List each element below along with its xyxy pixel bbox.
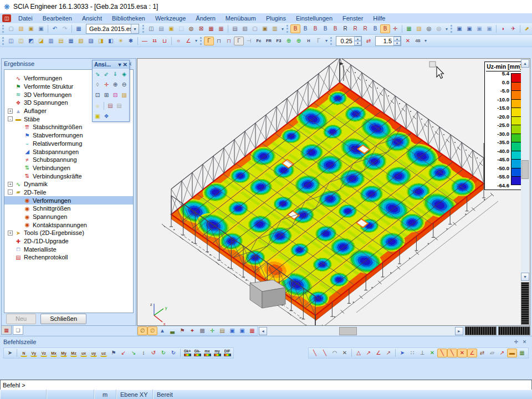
center-selection-button[interactable]: ✛ <box>390 24 400 33</box>
collapse-icon[interactable]: - <box>8 190 13 195</box>
tree-item-dynamik[interactable]: +∿Dynamik <box>4 180 133 188</box>
toolbar-overflow-icon[interactable]: ▾ <box>193 38 199 43</box>
clash-check-button[interactable]: ✈ <box>508 24 518 33</box>
tab-window-icon[interactable]: ❏ <box>13 326 23 335</box>
wireframe-mode-button[interactable]: ∅ <box>137 326 147 335</box>
view-window-1-button[interactable]: ▣ <box>227 326 237 335</box>
tree-item-tools-2d-ergebnisse-[interactable]: +➤Tools (2D-Ergebnisse) <box>4 229 133 237</box>
toolbar-overflow-icon[interactable]: ▾ <box>324 38 329 43</box>
delete-scale-button[interactable]: ✕ <box>403 37 413 45</box>
show-supports-button[interactable]: ▲ <box>157 326 167 335</box>
vertical-scrollbar[interactable]: ▲ ▼ <box>521 59 529 281</box>
zoom-window-icon[interactable]: ⊡ <box>93 91 102 99</box>
tree-item-verformungen[interactable]: ◉Verformungen <box>4 196 133 204</box>
snap-line-point-button[interactable]: ╲ <box>320 349 330 357</box>
snap-line-button[interactable]: ╲ <box>310 349 320 357</box>
node-table-button[interactable]: ◩ <box>26 37 36 45</box>
dimension-lines-button[interactable]: 11 <box>150 37 160 45</box>
load-case-button[interactable]: ✦ <box>187 326 197 335</box>
snap-node-button[interactable]: △ <box>354 349 364 357</box>
snap-point-button[interactable]: ↗ <box>383 349 393 357</box>
result-scale-spinner[interactable]: 0.25 ▴▾ <box>336 36 362 46</box>
save-button[interactable]: ▣ <box>36 24 46 33</box>
add-point-button[interactable]: ⊕ <box>284 37 294 45</box>
window-tile-button[interactable]: ▣ <box>464 24 474 33</box>
view-z-icon[interactable]: ⇓ <box>111 70 120 78</box>
spin-down-icon[interactable]: ▾ <box>354 41 361 45</box>
ruler-button[interactable]: ▬ <box>507 349 517 357</box>
flag-display-button[interactable]: ⚑ <box>109 349 119 357</box>
arrow-sw-button[interactable]: ↙ <box>119 349 129 357</box>
tab-tree-icon[interactable]: ▦ <box>1 326 12 335</box>
select-related-button[interactable]: R <box>340 24 350 33</box>
tree-item-stabverformungen[interactable]: ⚑Stabverformungen <box>4 131 133 140</box>
vector-button[interactable]: ↗ <box>497 349 507 357</box>
zoom-all-icon[interactable]: ⊞ <box>102 91 111 99</box>
rotate-ccw-button[interactable]: ↺ <box>149 349 158 357</box>
edit-geometry-button[interactable]: ◪ <box>36 37 46 45</box>
gallery-button[interactable]: ▥ <box>270 24 280 33</box>
swap-scale-button[interactable]: ⇄ <box>364 37 374 45</box>
new-button[interactable]: Neu <box>6 314 36 324</box>
cross-link-button[interactable]: ✳ <box>116 37 126 45</box>
picture-gallery-icon[interactable]: ▤ <box>115 101 124 110</box>
view-y-icon[interactable]: ⇙ <box>102 70 111 78</box>
window-vertical-button[interactable]: ▣ <box>484 24 494 33</box>
move-vertical-button[interactable]: ↕ <box>139 349 149 357</box>
view-axo-icon[interactable]: ◈ <box>120 70 129 78</box>
palette-close-icon[interactable]: ✕ <box>123 62 127 68</box>
print-picture-icon[interactable]: ▤ <box>106 101 115 110</box>
command-input[interactable] <box>0 380 532 390</box>
snap-intersection-button[interactable]: ✕ <box>457 349 467 357</box>
snap-midpoint-button[interactable]: ╲ <box>447 349 457 357</box>
menu-datei[interactable]: Datei <box>13 14 38 23</box>
result-Vy-button[interactable]: Vy <box>29 349 39 357</box>
toolbar-grip[interactable] <box>2 37 4 45</box>
expand-icon[interactable]: + <box>8 182 13 187</box>
menu-hilfe[interactable]: Hilfe <box>368 14 390 23</box>
view-perspective-icon[interactable]: ◊ <box>93 80 102 89</box>
redo-button[interactable]: ↷ <box>60 24 70 33</box>
table-input-button[interactable]: ▦ <box>206 24 216 33</box>
menu-werkzeuge[interactable]: Werkzeuge <box>150 14 191 23</box>
restore-selection-button[interactable]: R <box>350 24 360 33</box>
toolbar-overflow-icon[interactable]: ▾ <box>280 27 285 32</box>
zoom-in-icon[interactable]: ⊕ <box>111 80 120 89</box>
result-gk-plus-button[interactable]: Gk+ <box>182 349 192 357</box>
horizontal-scrollbar[interactable]: ◄ ► <box>259 326 463 335</box>
toolbar-grip[interactable] <box>330 37 332 45</box>
command-panel-close-icon[interactable]: ✕ <box>520 338 529 346</box>
star-node-button[interactable]: ✱ <box>126 37 136 45</box>
result-ux-button[interactable]: ux <box>79 349 89 357</box>
pointer-tool-button[interactable]: ➤ <box>5 349 15 357</box>
toolbar-overflow-icon[interactable]: ▾ <box>423 38 428 43</box>
render-settings-button[interactable]: ◗ <box>498 24 508 33</box>
light-icon[interactable]: ☼ <box>93 101 102 110</box>
snap-perpendicular-button[interactable]: ∠ <box>467 349 477 357</box>
view-x-icon[interactable]: ⇘ <box>93 70 102 78</box>
activity-button[interactable]: ⬚ <box>176 24 186 33</box>
toolbar-grip[interactable] <box>2 25 4 33</box>
tree-item-stabschnittgrößen[interactable]: ⇈Stabschnittgrößen <box>4 123 133 131</box>
window-cascade-button[interactable]: ▣ <box>454 24 464 33</box>
workstation-button[interactable]: ◫ <box>146 24 156 33</box>
snap-arc-button[interactable]: ◠ <box>330 349 340 357</box>
rotate-view-button[interactable]: ↻ <box>168 349 178 357</box>
horizontal-scroll-thumb[interactable] <box>339 327 357 335</box>
menu-menübaum[interactable]: Menübaum <box>221 14 261 23</box>
menu-plugins[interactable]: Plugins <box>261 14 291 23</box>
tree-item-stabspannungen[interactable]: ◢Stabspannungen <box>4 147 133 156</box>
model-viewport[interactable]: zyx Uz-min [mm] 5.40.0-5.0-10.0-15.0-20.… <box>137 58 530 326</box>
project-window-button[interactable]: ▦ <box>74 24 84 33</box>
beam-divide-button[interactable]: ◨ <box>96 37 106 45</box>
result-Mx-button[interactable]: Mx <box>49 349 59 357</box>
window-horizontal-button[interactable]: ▣ <box>474 24 484 33</box>
new-project-button[interactable]: ▢ <box>6 24 16 33</box>
result-dif-button[interactable]: DIF <box>222 349 232 357</box>
toolbar-overflow-icon[interactable]: ▾ <box>444 27 449 32</box>
rotate-cw-button[interactable]: ↻ <box>158 349 168 357</box>
bracket-button[interactable]: ⊔ <box>160 37 170 45</box>
toolbar-grip[interactable] <box>200 37 202 45</box>
tree-item-spannungen[interactable]: ◉Spannungen <box>4 213 133 221</box>
result-grid-button[interactable]: ▦ <box>247 326 257 335</box>
